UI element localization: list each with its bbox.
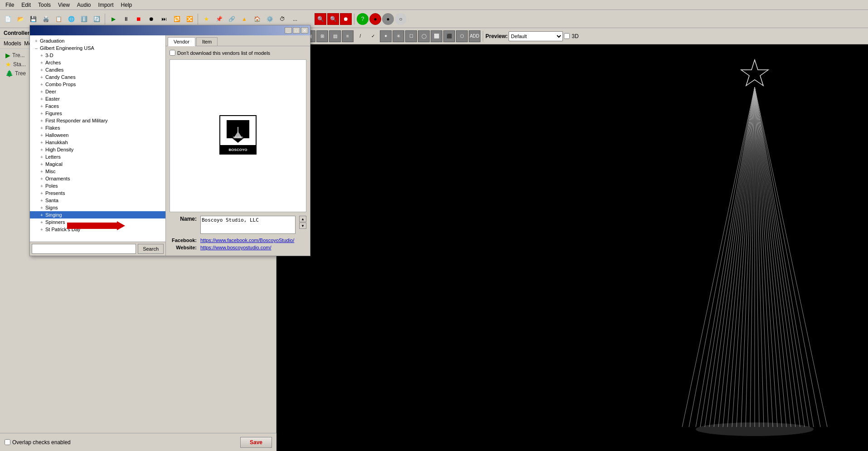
website-link[interactable]: https://www.boscoyostudio.com/ xyxy=(200,245,272,250)
more-icon[interactable]: ... xyxy=(289,13,301,25)
circle-white[interactable]: ○ xyxy=(395,13,407,25)
timer-icon[interactable]: ⏱ xyxy=(276,13,288,25)
stop-icon[interactable]: ⏹ xyxy=(133,13,145,25)
tab-item[interactable]: Item xyxy=(196,37,218,46)
save-toolbar-button[interactable]: 💾 xyxy=(27,13,39,25)
tree-3d[interactable]: + 3-D xyxy=(30,52,165,59)
svg-line-18 xyxy=(755,87,773,427)
tree-candles[interactable]: + Candles xyxy=(30,66,165,73)
globe-icon[interactable]: 🌐 xyxy=(65,13,77,25)
scroll-down-btn[interactable]: ▼ xyxy=(299,223,306,229)
search-icon-red[interactable]: 🔍 xyxy=(315,13,326,25)
canvas-btn13[interactable]: ⬜ xyxy=(431,30,442,42)
info-icon[interactable]: ℹ️ xyxy=(78,13,90,25)
tree-halloween[interactable]: + Halloween xyxy=(30,131,165,139)
search-icon-red2[interactable]: 🔍 xyxy=(327,13,339,25)
canvas-btn4[interactable]: ⊞ xyxy=(316,30,328,42)
vendor-dialog: _ □ ✕ + Graduation – Gilbert Engin xyxy=(29,25,310,256)
menu-file[interactable]: File xyxy=(2,1,18,9)
tree-gilbert[interactable]: – Gilbert Engineering USA xyxy=(30,44,165,52)
3d-checkbox[interactable] xyxy=(564,33,570,39)
tree-easter[interactable]: + Easter xyxy=(30,95,165,102)
menu-edit[interactable]: Edit xyxy=(18,1,34,9)
star-icon-yellow[interactable]: ★ xyxy=(200,13,212,25)
overlap-checkbox[interactable] xyxy=(5,439,10,445)
name-textarea[interactable]: Boscoyo Studio, LLC xyxy=(200,216,296,234)
circle-red[interactable]: ● xyxy=(369,13,381,25)
tree-santa[interactable]: + Santa xyxy=(30,197,165,204)
tree-hanukkah[interactable]: + Hanukkah xyxy=(30,139,165,146)
canvas-btn16[interactable]: ADD xyxy=(469,30,480,42)
tree-high-density[interactable]: + High Density xyxy=(30,146,165,153)
search-input[interactable] xyxy=(32,244,136,254)
link-icon[interactable]: 🔗 xyxy=(226,13,238,25)
tree-misc[interactable]: + Misc xyxy=(30,168,165,175)
canvas-btn11[interactable]: ☐ xyxy=(405,30,417,42)
canvas-btn6[interactable]: ≡ xyxy=(342,30,354,42)
tree-arches[interactable]: + Arches xyxy=(30,59,165,66)
tree-first-responder[interactable]: + First Responder and Military xyxy=(30,117,165,124)
menu-help[interactable]: Help xyxy=(117,1,136,9)
tree-graduation[interactable]: + Graduation xyxy=(30,37,165,44)
tree-flakes[interactable]: + Flakes xyxy=(30,124,165,131)
circle-gray[interactable]: ● xyxy=(382,13,394,25)
dialog-tree-scroll[interactable]: + Graduation – Gilbert Engineering USA +… xyxy=(30,35,165,242)
settings-icon[interactable]: ⚙️ xyxy=(264,13,276,25)
canvas-btn9[interactable]: ✦ xyxy=(380,30,392,42)
tree-presents[interactable]: + Presents xyxy=(30,189,165,197)
dialog-minimize[interactable]: _ xyxy=(285,27,292,34)
svg-line-22 xyxy=(755,87,791,427)
tree-spinners[interactable]: + Spinners xyxy=(30,218,165,226)
canvas-btn10[interactable]: ✳ xyxy=(393,30,404,42)
canvas-btn7[interactable]: / xyxy=(354,30,366,42)
canvas-btn5[interactable]: ▤ xyxy=(329,30,341,42)
open-button[interactable]: 📂 xyxy=(15,13,26,25)
dont-download-label: Don't download this vendors list of mode… xyxy=(177,50,270,56)
tree-signs[interactable]: + Signs xyxy=(30,204,165,211)
preview-select[interactable]: Default xyxy=(509,31,563,41)
house-icon[interactable]: 🏠 xyxy=(251,13,263,25)
tree-singing[interactable]: + Singing xyxy=(30,211,165,218)
tree-poles[interactable]: + Poles xyxy=(30,182,165,189)
tab-vendor[interactable]: Vendor xyxy=(168,37,195,46)
tree-st-patricks[interactable]: + St Patrick's Day xyxy=(30,226,165,233)
loop-icon[interactable]: 🔁 xyxy=(171,13,183,25)
canvas-btn15[interactable]: ⬡ xyxy=(456,30,468,42)
canvas-btn14[interactable]: ⬛ xyxy=(443,30,455,42)
triangle-icon[interactable]: ▲ xyxy=(238,13,250,25)
menu-view[interactable]: View xyxy=(54,1,73,9)
toolbar-btn4[interactable]: 🖨️ xyxy=(40,13,52,25)
dialog-close[interactable]: ✕ xyxy=(301,27,308,34)
dialog-maximize[interactable]: □ xyxy=(293,27,300,34)
tree-ornaments[interactable]: + Ornaments xyxy=(30,175,165,182)
random-icon[interactable]: 🔀 xyxy=(184,13,195,25)
tree-deer[interactable]: + Deer xyxy=(30,88,165,95)
save-button[interactable]: Save xyxy=(240,437,272,448)
canvas-btn8[interactable]: ✓ xyxy=(367,30,379,42)
scroll-up-btn[interactable]: ▲ xyxy=(299,216,306,222)
play-icon[interactable]: ▶ xyxy=(107,13,119,25)
record-icon[interactable]: ⏺ xyxy=(145,13,157,25)
dont-download-checkbox[interactable] xyxy=(170,50,175,56)
tree-faces[interactable]: + Faces xyxy=(30,102,165,110)
dont-download-row: Don't download this vendors list of mode… xyxy=(170,50,306,56)
tree-combo-props[interactable]: + Combo Props xyxy=(30,81,165,88)
question-icon[interactable]: ? xyxy=(357,13,369,25)
menu-import[interactable]: Import xyxy=(95,1,117,9)
toolbar-btn8[interactable]: 🔄 xyxy=(91,13,102,25)
pin-icon[interactable]: 📌 xyxy=(213,13,225,25)
skip-icon[interactable]: ⏭ xyxy=(158,13,170,25)
facebook-link[interactable]: https://www.facebook.com/BoscoyoStudio/ xyxy=(200,238,294,243)
menu-audio[interactable]: Audio xyxy=(73,1,95,9)
search-button[interactable]: Search xyxy=(138,244,164,254)
tree-letters[interactable]: + Letters xyxy=(30,153,165,160)
record-red[interactable]: ⏺ xyxy=(340,13,352,25)
tree-candy-canes[interactable]: + Candy Canes xyxy=(30,73,165,81)
tree-figures[interactable]: + Figures xyxy=(30,110,165,117)
menu-tools[interactable]: Tools xyxy=(34,1,54,9)
toolbar-btn5[interactable]: 📋 xyxy=(53,13,64,25)
tree-magical[interactable]: + Magical xyxy=(30,160,165,168)
new-button[interactable]: 📄 xyxy=(2,13,14,25)
canvas-btn12[interactable]: ◯ xyxy=(418,30,430,42)
pause-icon[interactable]: ⏸ xyxy=(120,13,132,25)
